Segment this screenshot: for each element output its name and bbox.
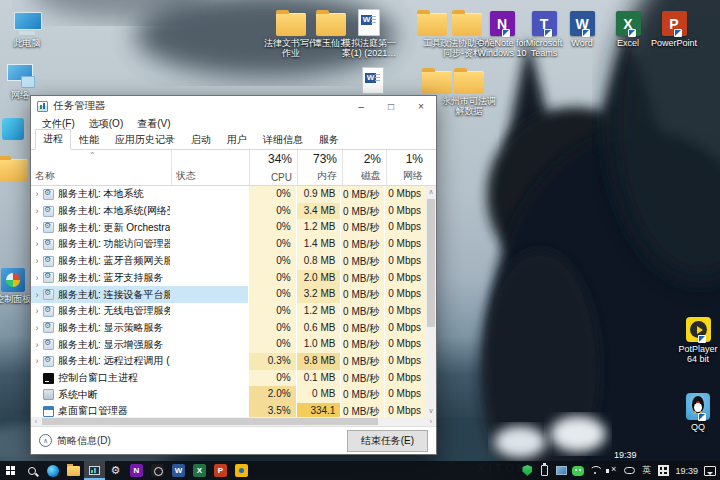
- scroll-right-icon[interactable]: ›: [426, 417, 436, 426]
- title-bar[interactable]: 任务管理器 – □ ×: [31, 96, 436, 116]
- process-row[interactable]: ›服务主机: 显示策略服务0%0.6 MB0 MB/秒0 Mbps: [31, 320, 426, 337]
- qq-icon: [686, 393, 710, 420]
- column-memory[interactable]: 73% 内存: [297, 150, 342, 185]
- disk-cell: 0 MB/秒: [340, 203, 384, 220]
- network-cell: 0 Mbps: [384, 370, 426, 387]
- process-row[interactable]: 桌面窗口管理器3.5%334.1 MB0 MB/秒0 Mbps: [31, 403, 426, 417]
- memory-cell: 0.8 MB: [296, 253, 341, 270]
- expand-chevron-icon[interactable]: ›: [31, 223, 43, 233]
- process-row[interactable]: ›服务主机: 功能访问管理器服务0%1.4 MB0 MB/秒0 Mbps: [31, 236, 426, 253]
- desktop-icon[interactable]: QQ: [669, 390, 720, 432]
- search-button[interactable]: [21, 461, 42, 480]
- process-row[interactable]: 控制台窗口主进程0%0.1 MB0 MB/秒0 Mbps: [31, 370, 426, 387]
- link-icon[interactable]: [621, 461, 637, 480]
- maximize-button[interactable]: □: [376, 96, 406, 116]
- volume-muted-icon[interactable]: [604, 461, 620, 480]
- onenote-icon[interactable]: N: [126, 461, 147, 480]
- column-disk[interactable]: 2% 磁盘: [342, 150, 386, 185]
- network-cell: 0 Mbps: [384, 320, 426, 337]
- expand-chevron-icon[interactable]: ›: [31, 290, 43, 300]
- process-row[interactable]: ›服务主机: 蓝牙支持服务0%2.0 MB0 MB/秒0 Mbps: [31, 270, 426, 287]
- expand-chevron-icon[interactable]: ›: [31, 340, 43, 350]
- scroll-left-icon[interactable]: ‹: [31, 417, 41, 426]
- memory-cell: 1.0 MB: [296, 336, 341, 353]
- expand-chevron-icon[interactable]: ›: [31, 356, 43, 366]
- dark-app-icon[interactable]: [147, 461, 168, 480]
- process-row[interactable]: ›服务主机: 更新 Orchestrator 服…0%1.2 MB0 MB/秒0…: [31, 219, 426, 236]
- process-name: 服务主机: 本地系统(网络受限): [58, 204, 170, 218]
- process-status-cell: [170, 403, 248, 417]
- vertical-scrollbar[interactable]: ∧ ∨: [426, 186, 436, 417]
- tab-详细信息[interactable]: 详细信息: [255, 130, 311, 150]
- yellow-app-icon[interactable]: [231, 461, 252, 480]
- process-row[interactable]: ›服务主机: 显示增强服务0%1.0 MB0 MB/秒0 Mbps: [31, 336, 426, 353]
- desktop-icon[interactable]: 永州市司法调 解数据: [440, 64, 498, 116]
- desktop-icon[interactable]: W模拟法庭第一 案(1) (2021…: [340, 6, 398, 58]
- process-row[interactable]: ›服务主机: 无线电管理服务0%1.2 MB0 MB/秒0 Mbps: [31, 303, 426, 320]
- tab-应用历史记录[interactable]: 应用历史记录: [107, 130, 183, 150]
- service-icon: [43, 206, 54, 217]
- process-row[interactable]: ›服务主机: 蓝牙音频网关服务0%0.8 MB0 MB/秒0 Mbps: [31, 253, 426, 270]
- desktop-icon[interactable]: 此电脑: [0, 6, 56, 48]
- app-window-icon[interactable]: [553, 461, 569, 480]
- process-name-cell: 系统中断: [31, 386, 170, 403]
- column-network[interactable]: 1% 网络: [386, 150, 428, 185]
- excel-icon[interactable]: X: [189, 461, 210, 480]
- ime-mode-icon[interactable]: [655, 461, 671, 480]
- fewer-details-toggle[interactable]: ∧ 简略信息(D): [39, 434, 347, 448]
- desktop-icon[interactable]: 网络: [0, 58, 49, 100]
- tab-服务[interactable]: 服务: [311, 130, 347, 150]
- desktop-icon[interactable]: W: [344, 64, 402, 96]
- column-status[interactable]: 状态: [171, 150, 249, 185]
- scroll-up-icon[interactable]: ∧: [426, 186, 436, 198]
- edge-icon[interactable]: [42, 461, 63, 480]
- scroll-down-icon[interactable]: ∨: [426, 405, 436, 417]
- process-row[interactable]: ›服务主机: 本地系统(网络受限)0%3.4 MB0 MB/秒0 Mbps: [31, 203, 426, 220]
- expand-chevron-icon[interactable]: ›: [31, 256, 43, 266]
- file-explorer-icon[interactable]: [63, 461, 84, 480]
- word-icon[interactable]: W: [168, 461, 189, 480]
- console-icon: [43, 373, 54, 384]
- task-manager-icon[interactable]: [84, 461, 105, 480]
- minimize-button[interactable]: –: [346, 96, 376, 116]
- process-row[interactable]: ›服务主机: 本地系统0%0.9 MB0 MB/秒0 Mbps: [31, 186, 426, 203]
- start-button[interactable]: [0, 461, 21, 480]
- expand-chevron-icon[interactable]: ›: [31, 273, 43, 283]
- tab-性能[interactable]: 性能: [71, 130, 107, 150]
- process-row[interactable]: ›服务主机: 连接设备平台服务0%3.2 MB0 MB/秒0 Mbps: [31, 286, 426, 303]
- process-status-cell: [170, 320, 248, 337]
- desktop-icon[interactable]: PotPlayer 64 bit: [669, 312, 720, 364]
- column-name[interactable]: ⌃ 名称: [31, 150, 171, 185]
- horizontal-scroll-thumb[interactable]: [42, 418, 378, 425]
- ime-language[interactable]: 英: [638, 461, 654, 480]
- end-task-button[interactable]: 结束任务(E): [347, 430, 428, 452]
- security-shield-icon[interactable]: [519, 461, 535, 480]
- memory-cell: 3.4 MB: [296, 203, 341, 220]
- expand-chevron-icon[interactable]: ›: [31, 189, 43, 199]
- close-button[interactable]: ×: [406, 96, 436, 116]
- desktop-icon[interactable]: PPowerPoint: [645, 6, 703, 48]
- expand-chevron-icon[interactable]: ›: [31, 239, 43, 249]
- service-icon: [43, 239, 54, 250]
- wifi-icon[interactable]: [587, 461, 603, 480]
- tab-进程[interactable]: 进程: [35, 129, 71, 150]
- action-center-icon[interactable]: [702, 461, 718, 480]
- expand-chevron-icon[interactable]: ›: [31, 323, 43, 333]
- tab-用户[interactable]: 用户: [219, 130, 255, 150]
- process-row[interactable]: ›服务主机: 远程过程调用 (2)0.3%9.8 MB0 MB/秒0 Mbps: [31, 353, 426, 370]
- clock[interactable]: 19:39: [672, 461, 701, 480]
- expand-chevron-icon[interactable]: ›: [31, 206, 43, 216]
- desktop-icon-label: 此电脑: [0, 38, 56, 48]
- settings-gear-icon[interactable]: ⚙: [105, 461, 126, 480]
- vertical-scroll-thumb[interactable]: [427, 199, 435, 327]
- tab-启动[interactable]: 启动: [183, 130, 219, 150]
- wechat-icon[interactable]: [570, 461, 586, 480]
- column-cpu[interactable]: 34% CPU: [249, 150, 297, 185]
- horizontal-scrollbar[interactable]: ‹ ›: [31, 417, 436, 426]
- powerpoint-icon[interactable]: P: [210, 461, 231, 480]
- expand-chevron-icon[interactable]: ›: [31, 306, 43, 316]
- desktop-icon-label: QQ: [669, 422, 720, 432]
- usb-device-icon[interactable]: [536, 461, 552, 480]
- process-row[interactable]: 系统中断2.0%0 MB0 MB/秒0 Mbps: [31, 386, 426, 403]
- disk-cell: 0 MB/秒: [340, 303, 384, 320]
